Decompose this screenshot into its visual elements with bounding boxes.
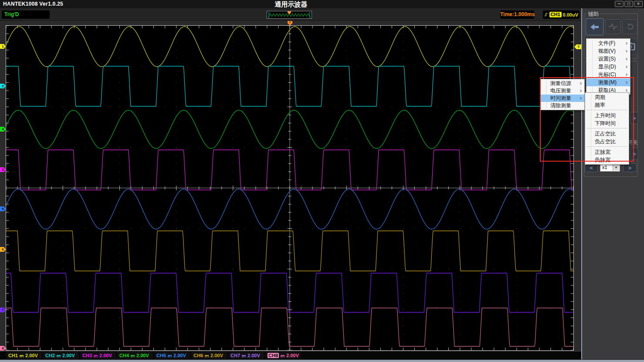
maximize-button[interactable]: □ xyxy=(624,1,633,7)
channel-marker-3[interactable]: 3 xyxy=(0,167,6,172)
menu-item-display[interactable]: 显示(D)› xyxy=(586,63,630,71)
channel-marker-4[interactable]: 4 xyxy=(0,127,6,132)
menu-item-measure[interactable]: 测量(M)› xyxy=(586,78,630,86)
submenu-arrow-icon: › xyxy=(626,47,627,55)
submenu-arrow-icon: › xyxy=(626,78,627,86)
title-bar: HANTEK1008 Ver1.0.25 通用示波器 ─ □ × xyxy=(0,0,644,8)
dc-coupling-icon xyxy=(94,355,98,358)
timebase-badge: Time:1.000ms xyxy=(500,10,534,19)
pulse-icon xyxy=(608,23,618,30)
menu-item-frequency[interactable]: 频率 xyxy=(585,101,629,109)
zoom-prev-button[interactable]: < xyxy=(585,163,598,172)
channel-volts-per-div: 2.00V xyxy=(136,353,149,358)
submenu-arrow-icon: › xyxy=(626,55,627,63)
menu-separator xyxy=(586,110,627,110)
dropdown-arrow-icon[interactable]: ▼ xyxy=(613,165,619,171)
submenu-arrow-icon: › xyxy=(626,39,627,47)
close-button[interactable]: × xyxy=(634,1,643,7)
menu-item-measure-source[interactable]: 测量信源› xyxy=(540,80,584,87)
menu-separator xyxy=(586,128,627,129)
channel-volts-per-div: 2.00V xyxy=(247,353,260,358)
channel-marker-1[interactable]: 1 xyxy=(0,44,6,49)
dc-coupling-icon xyxy=(57,355,61,358)
auxiliary-group-title: 辅助 xyxy=(587,10,600,18)
channel-marker-5[interactable]: 5 xyxy=(0,206,6,211)
menu-item-rise-time[interactable]: 上升时间 xyxy=(585,112,629,119)
hidden-next-button-1[interactable]: > xyxy=(630,112,638,124)
channel-volts-per-div: 2.00V xyxy=(210,353,223,358)
channel-volts-per-div: 2.00V xyxy=(286,353,299,358)
measure-context-menu: 测量信源›电压测量›时间测量›清除测量 xyxy=(540,79,585,110)
submenu-arrow-icon: › xyxy=(580,95,582,102)
channel-volts-per-div: 2.00V xyxy=(99,353,112,358)
menu-item-fall-time[interactable]: 下降时间 xyxy=(585,119,629,127)
time-measure-submenu: 周期频率上升时间下降时间正占空比负占空比正脉宽负脉宽 xyxy=(585,92,629,165)
app-title: 通用示波器 xyxy=(0,0,582,8)
channel-volts-per-div: 2.00V xyxy=(173,353,186,358)
menu-item-period[interactable]: 周期 xyxy=(585,93,629,101)
window-bottom-frame xyxy=(0,359,644,362)
back-arrow-icon xyxy=(590,23,600,31)
channel-badge-ch8[interactable]: CH82.00V xyxy=(265,352,301,359)
channel-badge-ch2[interactable]: CH22.00V xyxy=(43,352,79,359)
menu-item-negative-duty[interactable]: 负占空比 xyxy=(585,138,629,145)
minimize-button[interactable]: ─ xyxy=(615,1,624,7)
trigger-edge-icon xyxy=(544,11,548,18)
dc-coupling-icon xyxy=(168,355,172,358)
channel-marker-8[interactable]: 8 xyxy=(0,346,6,351)
channel-badge-ch4[interactable]: CH42.00V xyxy=(117,352,153,359)
menu-item-cursor[interactable]: 光标(C)› xyxy=(586,71,630,78)
channel-volts-per-div: 2.00V xyxy=(62,353,75,358)
trigger-source-badge: CH1 xyxy=(549,12,562,17)
undo-arrow-icon xyxy=(626,23,634,30)
single-capture-button[interactable] xyxy=(605,19,620,34)
submenu-arrow-icon: › xyxy=(580,87,582,95)
dc-coupling-icon xyxy=(205,355,209,358)
channel-name: CH1 xyxy=(8,353,18,358)
channel-badge-ch5[interactable]: CH52.00V xyxy=(154,352,190,359)
menu-item-negative-width[interactable]: 负脉宽 xyxy=(585,156,629,164)
submenu-arrow-icon: › xyxy=(580,80,582,87)
menu-item-file[interactable]: 文件(F)› xyxy=(586,39,630,47)
menu-item-positive-width[interactable]: 正脉宽 xyxy=(585,148,629,156)
channel-badge-ch6[interactable]: CH62.00V xyxy=(191,352,227,359)
dc-coupling-icon xyxy=(20,355,24,358)
submenu-arrow-icon: › xyxy=(626,63,627,71)
trigger-level-marker[interactable]: T xyxy=(574,44,581,49)
channel-badge-ch1[interactable]: CH12.00V xyxy=(6,352,42,359)
back-button[interactable] xyxy=(586,18,603,35)
graticule[interactable] xyxy=(6,25,574,351)
zoom-select[interactable]: x1 ▼ xyxy=(600,164,620,172)
menu-item-time-measure[interactable]: 时间测量› xyxy=(540,95,584,102)
channel-name: CH4 xyxy=(119,353,129,358)
channel-name: CH5 xyxy=(156,353,166,358)
dc-coupling-icon xyxy=(242,355,246,358)
channel-marker-2[interactable]: 2 xyxy=(0,84,6,88)
toolbar: Trig'D Time:1.000ms CH1 0.00uV xyxy=(0,8,581,21)
menu-item-settings[interactable]: 设置(S)› xyxy=(586,55,630,63)
channel-badge-ch7[interactable]: CH72.00V xyxy=(228,352,264,359)
channel-marker-6[interactable]: 6 xyxy=(0,247,6,252)
plot-area: T T 12435678 xyxy=(0,21,581,351)
channel-name: CH6 xyxy=(193,353,203,358)
menu-item-voltage-measure[interactable]: 电压测量› xyxy=(540,87,584,95)
menu-item-positive-duty[interactable]: 正占空比 xyxy=(585,130,629,138)
dc-coupling-icon xyxy=(131,355,135,358)
trigger-info-badge: CH1 0.00uV xyxy=(543,10,580,19)
zoom-next-button[interactable]: > xyxy=(623,163,637,172)
waveform-preview-scrollbar[interactable] xyxy=(267,11,312,19)
menu-item-clear-measure[interactable]: 清除测量 xyxy=(540,102,584,109)
hidden-next-button-2[interactable]: > xyxy=(630,148,638,160)
channel-marker-7[interactable]: 7 xyxy=(0,308,6,312)
zoom-value: x1 xyxy=(602,165,607,170)
channel-badge-ch3[interactable]: CH32.00V xyxy=(80,352,116,359)
undo-button[interactable] xyxy=(622,19,637,34)
preview-waveform-icon xyxy=(267,11,312,18)
channel-name: CH3 xyxy=(82,353,92,358)
menu-item-view[interactable]: 视图(V)› xyxy=(586,47,630,55)
trigger-position-marker[interactable]: T xyxy=(288,21,292,25)
channel-volts-per-div: 2.00V xyxy=(25,353,38,358)
submenu-arrow-icon: › xyxy=(626,71,627,78)
channel-bar: CH12.00VCH22.00VCH32.00VCH42.00VCH52.00V… xyxy=(0,351,581,359)
dc-coupling-icon xyxy=(281,355,285,358)
